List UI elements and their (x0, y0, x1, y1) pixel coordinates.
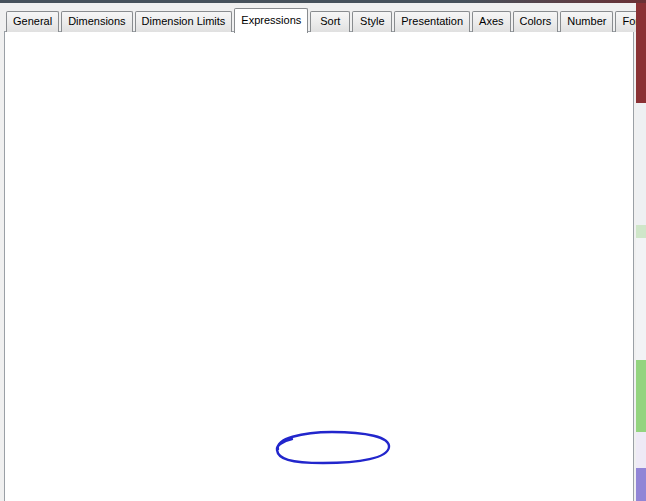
tab-axes[interactable]: Axes (472, 11, 510, 32)
tab-number[interactable]: Number (560, 11, 613, 32)
tab-colors[interactable]: Colors (513, 11, 559, 32)
tab-dimensions[interactable]: Dimensions (61, 11, 132, 32)
tab-bar: General Dimensions Dimension Limits Expr… (6, 7, 646, 32)
tab-sort[interactable]: Sort (310, 11, 350, 32)
tab-general[interactable]: General (6, 11, 59, 32)
window-top-edge (0, 0, 646, 3)
background-edge (636, 0, 646, 501)
tab-dimension-limits[interactable]: Dimension Limits (135, 11, 233, 32)
tab-presentation[interactable]: Presentation (394, 11, 470, 32)
expressions-properties-dialog: General Dimensions Dimension Limits Expr… (0, 0, 646, 501)
tab-page-background (4, 31, 634, 501)
tab-style[interactable]: Style (352, 11, 392, 32)
tab-expressions[interactable]: Expressions (234, 8, 308, 33)
